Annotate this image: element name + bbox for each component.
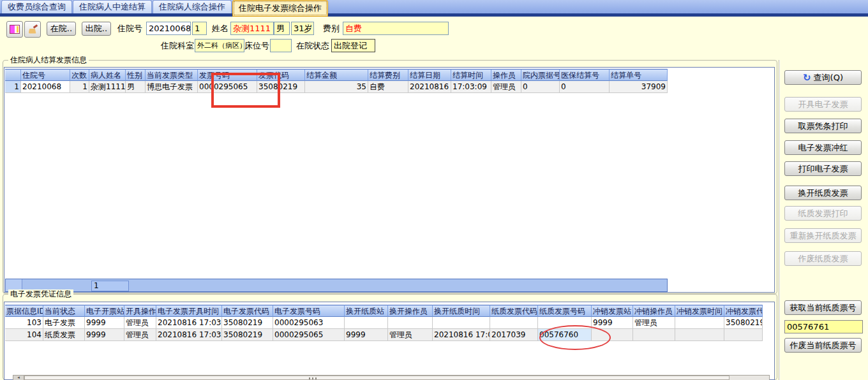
cell: 20210816 17:03:1 [156,317,222,329]
cell: 1 [70,81,89,93]
settlement-header-row: 住院号次数病人姓名性别当前发票类型发票号码发票代码结算金额结算费别结算日期结算时… [5,69,668,81]
dept-field[interactable]: 外二科（病区） [195,39,244,52]
times-field[interactable]: 1 [192,22,207,35]
column-header[interactable]: 结算日期 [408,69,451,81]
current-paper-ticket-field[interactable]: 00576761 [784,320,863,333]
side-button-5: 纸质发票打印 [784,206,862,221]
scrollbar-grip-icon [309,377,318,379]
cell: 35080219 [724,317,763,329]
fee-type-field[interactable]: 自费 [343,22,449,35]
column-header[interactable]: 次数 [70,69,89,81]
cell [675,329,724,341]
column-header[interactable]: 票据信息ID [5,305,43,317]
form-report-icon [10,25,20,34]
column-header[interactable]: 医保结算号 [560,69,610,81]
column-header[interactable]: 当前发票类型 [146,69,198,81]
scrollbar-thumb[interactable] [24,376,730,380]
scroll-left-arrow-icon[interactable]: ◂ [13,376,24,380]
cell: 20210816 [408,81,451,93]
right-panel-separator [779,60,780,380]
column-header[interactable]: 住院号 [21,69,70,81]
settlement-table-row[interactable]: 1202100681杂测1111男博思电子发票00002950653508021… [5,81,668,93]
cell [345,317,388,329]
get-current-paper-ticket-button[interactable]: 获取当前纸质票号 [784,300,862,315]
cell: 管理员 [124,329,156,341]
column-header[interactable]: 冲销发票代码 [724,305,763,317]
column-header[interactable]: 纸质发票代码 [490,305,538,317]
voucher-table-row[interactable]: 104纸质发票9999管理员20210816 17:03:33508021900… [5,329,763,341]
inpatient-button[interactable]: 在院.. [47,22,76,36]
tab-3[interactable]: 住院电子发票综合操作 [232,0,328,17]
form-report-button[interactable] [6,21,23,38]
column-header[interactable]: 性别 [126,69,146,81]
cell: 电子发票 [43,317,85,329]
column-header[interactable]: 病人姓名 [89,69,126,81]
patient-name-field[interactable]: 杂测1111 [230,22,274,35]
clear-button[interactable] [24,21,41,38]
horizontal-scrollbar[interactable]: ◂ [13,375,770,380]
column-header[interactable]: 纸质发票号码 [538,305,592,317]
column-header[interactable]: 院内票据号 [521,69,560,81]
cell: 2017039 [490,329,538,341]
cell: 17:03:09 [451,81,491,93]
cell: 0000295063 [273,317,345,329]
cell: 0 [560,81,610,93]
column-header[interactable]: 结算单号 [610,69,668,81]
side-button-3[interactable]: 打印电子发票 [784,161,862,176]
column-header[interactable]: 电子发票号码 [273,305,345,317]
bed-no-field[interactable] [270,39,292,52]
column-header[interactable]: 电子发票开具时间 [156,305,222,317]
column-header[interactable]: 结算金额 [305,69,368,81]
column-header[interactable]: 换开操作员 [388,305,433,317]
column-header[interactable]: 结算费别 [368,69,408,81]
settlement-footer-bar: 1 [5,279,668,292]
tab-bar: 收费员综合查询住院病人中途结算住院病人综合操作住院电子发票综合操作 [0,0,868,17]
discharged-button[interactable]: 出院.. [82,22,111,36]
column-header[interactable]: 冲销发票时间 [675,305,724,317]
column-header[interactable] [5,69,21,81]
voucher-header-row: 票据信息ID当前状态电子开票站开具操作员电子发票开具时间电子发票代码电子发票号码… [5,305,763,317]
side-button-4[interactable]: 换开纸质发票 [784,186,862,200]
column-header[interactable]: 操作员 [491,69,521,81]
column-header[interactable]: 冲销操作员 [633,305,675,317]
cell: 20210068 [21,81,70,93]
column-header[interactable]: 换开纸质时间 [433,305,490,317]
side-button-1[interactable]: 取票凭条打印 [784,119,862,133]
query-button-label: 查询(Q) [814,72,843,84]
cell: 管理员 [491,81,521,93]
app-window: 收费员综合查询住院病人中途结算住院病人综合操作住院电子发票综合操作 在院.. 出… [0,0,868,380]
column-header[interactable]: 当前状态 [43,305,85,317]
column-header[interactable]: 开具操作员 [124,305,156,317]
age-field[interactable]: 31岁 [291,22,314,35]
side-button-2[interactable]: 电子发票冲红 [784,140,862,155]
cell: 37909 [610,81,668,93]
voucher-section-title: 电子发票凭证信息 [8,289,73,298]
gender-field[interactable]: 男 [274,22,290,35]
query-button[interactable]: ↻ 查询(Q) [784,70,862,85]
column-header[interactable]: 换开纸质站 [345,305,388,317]
cell [433,317,490,329]
tab-1[interactable]: 住院病人中途结算 [73,0,152,13]
cell: 20210816 17:0 [433,329,490,341]
column-header[interactable]: 冲销发票站 [592,305,633,317]
cell: 1 [5,81,21,93]
annotation-ellipse-paper-invoice-number [539,325,611,350]
cell [675,317,724,329]
void-current-paper-ticket-button[interactable]: 作废当前纸质票号 [784,338,862,353]
admission-no-field[interactable]: 20210068 [146,22,191,35]
tab-0[interactable]: 收费员综合查询 [1,0,72,13]
dept-label: 住院科室 [161,41,194,51]
cell: 0000295065 [273,329,345,341]
cell: 9999 [592,317,633,329]
column-header[interactable]: 结算时间 [451,69,491,81]
cell: 管理员 [633,317,675,329]
voucher-table-row[interactable]: 103电子发票9999管理员20210816 17:03:13508021900… [5,317,763,329]
column-header[interactable]: 电子开票站 [85,305,124,317]
column-header[interactable]: 电子发票代码 [222,305,273,317]
cell: 103 [5,317,43,329]
fee-type-label: 费别 [323,24,340,34]
annotation-rectangle-invoice-number [211,73,280,108]
tab-2[interactable]: 住院病人综合操作 [153,0,232,13]
cell: 自费 [368,81,408,93]
side-button-7: 作废纸质发票 [784,251,862,266]
